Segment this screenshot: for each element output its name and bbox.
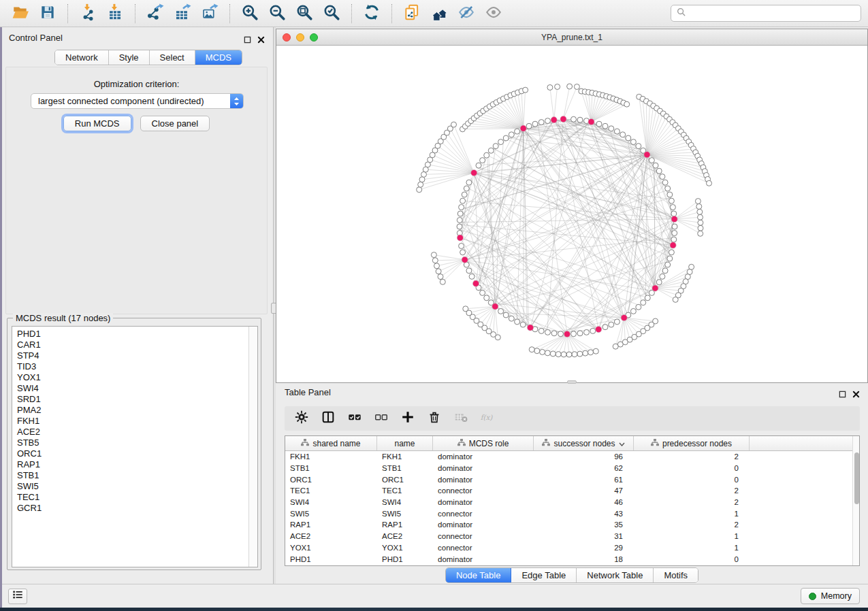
graph-node[interactable] [503, 135, 509, 141]
close-panel-button[interactable]: Close panel [140, 116, 210, 131]
tab-motifs[interactable]: Motifs [654, 568, 698, 582]
result-node-item[interactable]: FKH1 [17, 416, 257, 427]
graph-node[interactable] [476, 163, 481, 168]
graph-node[interactable] [463, 306, 468, 312]
graph-node-dominator[interactable] [471, 169, 477, 176]
graph-node[interactable] [577, 117, 583, 122]
graph-node[interactable] [567, 84, 573, 89]
open-session-button[interactable] [7, 3, 34, 24]
graph-node[interactable] [673, 297, 678, 302]
graph-node[interactable] [509, 132, 514, 137]
graph-node[interactable] [438, 274, 443, 280]
table-row[interactable]: ACE2ACE2connector311 [285, 531, 852, 542]
result-node-item[interactable]: PHD1 [17, 329, 257, 340]
graph-node[interactable] [480, 158, 485, 163]
graph-node[interactable] [645, 295, 650, 301]
graph-node[interactable] [460, 250, 466, 255]
graph-node[interactable] [630, 139, 636, 145]
graph-node[interactable] [440, 279, 445, 284]
graph-node[interactable] [696, 204, 702, 210]
graph-node[interactable] [656, 168, 662, 174]
graph-node[interactable] [698, 231, 703, 236]
first-neighbors-button[interactable] [425, 3, 453, 24]
import-network-button[interactable] [74, 3, 101, 24]
graph-node[interactable] [547, 85, 553, 90]
graph-node[interactable] [602, 123, 608, 129]
graph-node[interactable] [583, 350, 588, 356]
graph-node[interactable] [672, 231, 677, 236]
graph-node[interactable] [462, 192, 467, 197]
graph-node[interactable] [498, 139, 504, 145]
mcds-result-list[interactable]: PHD1CAR1STP4TID3YOX1SWI4SRD1PMA2FKH1ACE2… [12, 326, 258, 567]
graph-node[interactable] [695, 199, 701, 204]
delete-column-button[interactable] [424, 409, 445, 428]
graph-node[interactable] [469, 274, 475, 279]
graph-node[interactable] [555, 84, 560, 90]
graph-node[interactable] [574, 84, 579, 90]
table-row[interactable]: SWI4SWI4dominator462 [285, 497, 852, 508]
clone-network-button[interactable] [398, 3, 425, 24]
column-header-successor-nodes[interactable]: successor nodes [534, 436, 634, 450]
graph-node[interactable] [526, 123, 532, 129]
export-table-button[interactable] [169, 3, 196, 24]
graph-node-dominator[interactable] [520, 125, 526, 131]
graph-node[interactable] [653, 163, 658, 168]
graph-node[interactable] [672, 224, 677, 229]
table-row[interactable]: YOX1YOX1connector291 [285, 542, 852, 554]
zoom-fit-button[interactable] [291, 3, 318, 24]
graph-node[interactable] [670, 205, 675, 210]
graph-node[interactable] [540, 349, 545, 354]
graph-node-dominator[interactable] [588, 118, 594, 125]
search-box[interactable] [671, 5, 861, 22]
table-row[interactable]: TEC1TEC1connector472 [285, 485, 852, 497]
graph-node-dominator[interactable] [457, 235, 463, 241]
graph-node-dominator[interactable] [551, 117, 557, 123]
result-scrollbar[interactable] [248, 327, 257, 567]
tab-edge-table[interactable]: Edge Table [511, 568, 577, 582]
graph-node[interactable] [417, 187, 422, 193]
graph-node[interactable] [457, 211, 463, 216]
graph-node[interactable] [509, 316, 514, 321]
graph-node[interactable] [457, 218, 462, 223]
graph-node[interactable] [689, 264, 694, 269]
result-node-item[interactable]: SRD1 [17, 394, 257, 405]
column-header-shared-name[interactable]: shared name [285, 436, 377, 450]
graph-node[interactable] [636, 144, 641, 149]
graph-node[interactable] [451, 122, 457, 127]
graph-node[interactable] [588, 350, 594, 355]
graph-node[interactable] [707, 180, 712, 186]
graph-node[interactable] [665, 262, 671, 267]
graph-node[interactable] [630, 308, 636, 314]
result-node-item[interactable]: CAR1 [17, 340, 257, 350]
graph-node[interactable] [539, 328, 544, 333]
graph-node[interactable] [539, 120, 544, 125]
graph-node[interactable] [523, 87, 528, 93]
graph-node[interactable] [669, 198, 674, 203]
graph-node[interactable] [434, 263, 440, 269]
criterion-dropdown[interactable]: largest connected component (undirected) [31, 93, 244, 109]
graph-node[interactable] [551, 331, 557, 336]
horizontal-splitter-grip[interactable] [567, 380, 577, 384]
column-header-predecessor-nodes[interactable]: predecessor nodes [634, 436, 750, 450]
result-node-item[interactable]: PMA2 [17, 405, 257, 416]
graph-node-dominator[interactable] [670, 242, 676, 248]
graph-node[interactable] [698, 220, 703, 225]
result-node-item[interactable]: ACE2 [17, 427, 257, 437]
save-session-button[interactable] [34, 3, 61, 24]
graph-node[interactable] [649, 158, 654, 163]
graph-node[interactable] [484, 295, 489, 301]
graph-node-dominator[interactable] [492, 303, 498, 310]
show-all-button[interactable] [480, 3, 507, 24]
close-panel-icon[interactable] [257, 34, 265, 46]
graph-node-dominator[interactable] [671, 216, 677, 222]
tab-select[interactable]: Select [150, 50, 195, 65]
result-node-item[interactable]: RAP1 [17, 459, 257, 470]
graph-node[interactable] [498, 308, 504, 314]
graph-node[interactable] [698, 214, 703, 220]
tab-network[interactable]: Network [55, 50, 109, 65]
graph-node[interactable] [667, 192, 673, 197]
table-row[interactable]: PHD1PHD1dominator180 [285, 553, 852, 565]
graph-node[interactable] [431, 252, 436, 258]
graph-node[interactable] [609, 126, 614, 131]
graph-node[interactable] [626, 135, 631, 141]
